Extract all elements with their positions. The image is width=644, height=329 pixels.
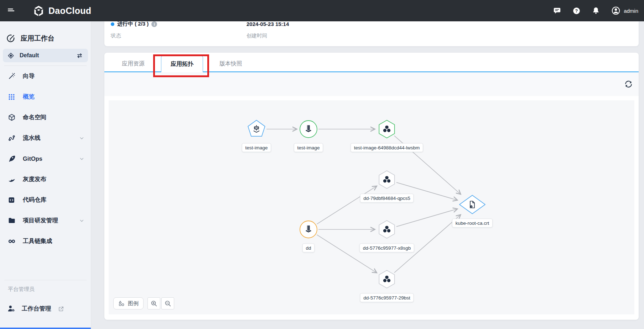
topology-node-pod-x8sgb[interactable] (379, 221, 394, 238)
sidebar: 应用工作台 Default 向导概览命名空间流水线GitOps灰度发布代码仓库项… (0, 21, 91, 329)
sidebar-bottom-accent (0, 328, 91, 329)
topology-node-label[interactable]: dd-5776c95977-29bst (360, 293, 414, 302)
sidebar-item-pipeline[interactable]: 流水线 (0, 128, 91, 148)
avatar-icon (611, 6, 620, 15)
sidebar-nav: 向导概览命名空间流水线GitOps灰度发布代码仓库项目研发管理工具链集成 (0, 66, 91, 251)
created-time-value: 2024-05-23 15:14 (246, 21, 289, 27)
person-cube-icon (7, 304, 16, 313)
sidebar-item-toolchain[interactable]: 工具链集成 (0, 231, 91, 251)
tab-card: 应用资源应用拓扑版本快照 test-imagetest-imagetest-i (104, 53, 639, 320)
sidebar-item-label: 项目研发管理 (23, 217, 58, 224)
legend-shapes-icon (118, 300, 125, 307)
tab-version-snapshot[interactable]: 版本快照 (210, 55, 251, 72)
topology-edge-pod-x8sgb-to-configmap-kube-root-ca (396, 209, 457, 227)
brand[interactable]: DaoCloud (33, 5, 91, 17)
sidebar-item-label: 命名空间 (23, 113, 46, 121)
workbench-icon (6, 34, 15, 43)
sidebar-item-code-repo[interactable]: 代码仓库 (0, 190, 91, 210)
swap-workspace-icon[interactable] (76, 52, 83, 59)
topology-node-configmap-kube-root-ca[interactable] (459, 195, 485, 214)
legend-button[interactable]: 图例 (113, 297, 144, 309)
workspace-selector-label: Default (20, 52, 71, 59)
messages-icon[interactable] (553, 7, 561, 15)
sidebar-item-gray-release[interactable]: 灰度发布 (0, 169, 91, 190)
sidebar-item-label: 向导 (23, 72, 35, 80)
status-dot (111, 22, 114, 26)
user-menu[interactable]: admin (611, 6, 638, 15)
svg-text:?: ? (575, 8, 578, 13)
tab-app-resources[interactable]: 应用资源 (113, 55, 154, 72)
chevron-down-icon (79, 156, 84, 161)
topology-toolbar (104, 72, 639, 96)
zoom-out-button[interactable] (161, 297, 174, 309)
username: admin (624, 8, 638, 14)
status-label: 状态 (111, 32, 246, 39)
graph-controls: 图例 (113, 297, 174, 309)
sidebar-item-label: GitOps (23, 155, 42, 162)
main-content: 进行中 ( 2/3 ) 状态 2024-05-23 15:14 创建时间 应用资… (91, 21, 644, 329)
topology-node-label[interactable]: dd-79dbf84684-qpcs5 (360, 194, 413, 202)
sidebar-item-label: 代码仓库 (23, 196, 46, 204)
infinity-icon (8, 237, 16, 245)
workspace-title-label: 应用工作台 (21, 34, 54, 43)
topology-canvas[interactable]: test-imagetest-imagetest-image-64988dcd4… (109, 100, 634, 314)
zoom-in-button[interactable] (147, 297, 160, 309)
sidebar-item-label: 流水线 (23, 134, 41, 142)
svg-text:dd-5776c95977-29bst: dd-5776c95977-29bst (363, 295, 410, 301)
topology-node-deploy-dd[interactable] (300, 221, 317, 238)
topology-node-pod-29bst[interactable] (379, 270, 394, 288)
sidebar-item-label: 概览 (23, 93, 35, 101)
workspace-selector[interactable]: Default (3, 49, 88, 62)
workspace-title: 应用工作台 (0, 33, 91, 44)
sidebar-item-overview[interactable]: 概览 (0, 86, 91, 107)
notifications-bell-icon[interactable] (592, 7, 600, 15)
chevron-down-icon (79, 218, 84, 223)
info-icon[interactable] (151, 21, 157, 27)
sidebar-item-label: 工作台管理 (22, 305, 51, 313)
topology-node-label[interactable]: test-image (294, 143, 323, 152)
topology-node-pod-test-image[interactable] (379, 120, 394, 138)
topology-node-label[interactable]: dd-5776c95977-x8sgb (360, 244, 414, 252)
menu-toggle-icon[interactable] (6, 6, 16, 16)
svg-text:kube-root-ca.crt: kube-root-ca.crt (456, 221, 489, 226)
wand-icon (8, 72, 16, 80)
chevron-down-icon (79, 136, 84, 141)
sidebar-item-gitops[interactable]: GitOps (0, 148, 91, 169)
svg-text:test-image-64988dcd44-lwsbm: test-image-64988dcd44-lwsbm (354, 145, 420, 150)
topology-graph: test-imagetest-imagetest-image-64988dcd4… (109, 100, 634, 314)
topology-node-label[interactable]: test-image-64988dcd44-lwsbm (351, 143, 423, 152)
topology-node-label[interactable]: kube-root-ca.crt (452, 219, 493, 227)
topology-edge-deploy-dd-to-pod-29bst (317, 235, 377, 273)
workspace-diamond-icon (7, 52, 14, 59)
sidebar-section-label: 平台管理员 (0, 286, 91, 293)
sidebar-item-label: 灰度发布 (23, 175, 46, 183)
help-icon[interactable]: ? (572, 7, 581, 15)
status-value: 进行中 ( 2/3 ) (117, 21, 149, 27)
svg-text:dd-79dbf84684-qpcs5: dd-79dbf84684-qpcs5 (363, 196, 410, 201)
sidebar-item-workbench-admin[interactable]: 工作台管理 (0, 301, 91, 317)
rocket-icon (8, 155, 16, 163)
created-time-label: 创建时间 (246, 32, 289, 39)
daocloud-logo-icon (33, 5, 45, 17)
folder-icon (8, 217, 16, 224)
cube-icon (8, 113, 16, 121)
refresh-icon[interactable] (624, 80, 633, 89)
sidebar-item-namespace[interactable]: 命名空间 (0, 107, 91, 128)
sidebar-divider (4, 280, 87, 280)
tab-app-topology[interactable]: 应用拓扑 (161, 55, 203, 72)
tab-bar: 应用资源应用拓扑版本快照 (104, 53, 639, 72)
repo-icon (8, 196, 16, 204)
legend-button-label: 图例 (128, 300, 139, 307)
topology-node-pod-qpcs5[interactable] (379, 171, 394, 189)
top-bar: DaoCloud ? admin (0, 0, 644, 21)
topology-node-deploy-test-image[interactable] (300, 121, 317, 138)
external-link-icon (58, 306, 64, 312)
sidebar-item-project-dev[interactable]: 项目研发管理 (0, 210, 91, 231)
topology-node-label[interactable]: test-image (242, 143, 271, 152)
svg-text:test-image: test-image (297, 145, 320, 150)
topology-node-label[interactable]: dd (302, 244, 314, 252)
bird-icon (8, 175, 16, 183)
sidebar-item-wizard[interactable]: 向导 (0, 66, 91, 86)
svg-text:dd: dd (306, 245, 311, 251)
topology-node-workload-test-image[interactable] (248, 120, 265, 136)
